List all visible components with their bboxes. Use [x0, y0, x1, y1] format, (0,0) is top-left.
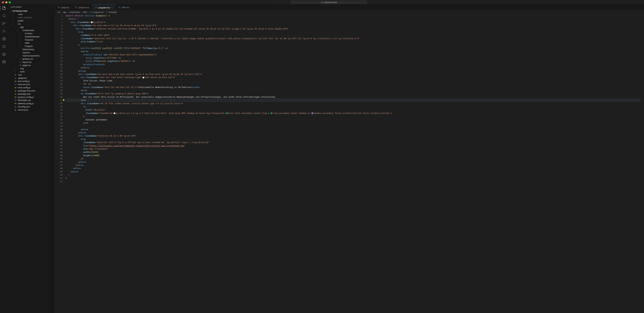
- tree-item[interactable]: ›img: [8, 67, 55, 70]
- tree-item[interactable]: TSlayout.tsx: [8, 60, 55, 64]
- tree-item[interactable]: {}vercel.json: [8, 108, 55, 111]
- code-line[interactable]: <br />: [66, 82, 641, 85]
- tree-item[interactable]: ›public: [8, 19, 55, 22]
- code-line[interactable]: href="/#contact": [66, 108, 641, 111]
- lightbulb-icon[interactable]: 💡: [62, 99, 65, 102]
- code-line[interactable]: <stop offset={1} stopColor="#E935C1" />: [66, 59, 641, 63]
- editor-tab[interactable]: TSprogram.tsx×: [92, 5, 116, 10]
- nav-back-button[interactable]: ←: [277, 1, 279, 3]
- code-line[interactable]: >: [66, 43, 641, 46]
- tree-item[interactable]: ⓘREADME.md: [8, 99, 55, 102]
- tree-item[interactable]: ›DataShowcase: [8, 35, 55, 38]
- package-icon[interactable]: [2, 52, 6, 56]
- code-line[interactable]: aria-hidden="true": [66, 40, 641, 43]
- code-line[interactable]: <circle cx={512} cy={512} r={512} fill="…: [66, 46, 641, 50]
- breadcrumb-segment[interactable]: src: [58, 11, 60, 13]
- code-line[interactable]: </a>: [66, 121, 641, 124]
- code-line[interactable]: </svg>: [66, 69, 641, 72]
- code-line[interactable]: <p className="mt-6 text-lg leading-8 tex…: [66, 92, 641, 95]
- tree-item[interactable]: ⌄components: [8, 29, 55, 32]
- code-content[interactable]: export default function Example() { retu…: [66, 14, 644, 313]
- breadcrumb-segment[interactable]: Example: [109, 11, 117, 13]
- maximize-window-button[interactable]: [9, 1, 11, 3]
- tree-item[interactable]: ›Contact: [8, 32, 55, 35]
- editor-tab[interactable]: TSoffer.tsx: [116, 5, 132, 10]
- tree-item[interactable]: ◆.gitignore: [8, 76, 55, 80]
- code-line[interactable]: />: [66, 157, 641, 160]
- code-line[interactable]: <div className="mx-auto max-w-7xl py-24 …: [66, 24, 641, 27]
- code-line[interactable]: <div className="relative isolate overflo…: [66, 27, 641, 30]
- code-line[interactable]: className="absolute left-0 top-0 w-[57re…: [66, 141, 641, 144]
- code-line[interactable]: <svg: [66, 30, 641, 33]
- code-line[interactable]: <img: [66, 138, 641, 141]
- code-line[interactable]: </defs>: [66, 66, 641, 69]
- editor-tab[interactable]: TSprojects.tsx: [72, 5, 92, 10]
- code-line[interactable]: <defs>: [66, 50, 641, 53]
- tree-item[interactable]: TSpage.tsx: [8, 64, 55, 67]
- tree-item[interactable]: ›Features: [8, 38, 55, 41]
- code-line[interactable]: </div>: [66, 167, 641, 170]
- explorer-more-button[interactable]: ···: [50, 6, 52, 8]
- breadcrumb[interactable]: src›app›components›Offer›TS program.tsx›…: [55, 10, 644, 14]
- breadcrumb-segment[interactable]: components: [69, 11, 80, 13]
- tree-item[interactable]: ›impress: [8, 51, 55, 54]
- code-editor[interactable]: 1234567891011121314151617181920212223242…: [55, 14, 644, 313]
- remote-icon[interactable]: [2, 44, 6, 49]
- code-line[interactable]: Kontakt aufnehmen: [66, 118, 641, 121]
- code-line[interactable]: Bei uns steht Ihre Vision im Mittelpunkt…: [66, 95, 641, 98]
- editor-tab[interactable]: TSpage.tsx: [55, 5, 72, 10]
- breadcrumb-segment[interactable]: app: [63, 11, 66, 13]
- tree-item[interactable]: ›mainComponents: [8, 54, 55, 57]
- command-center-search[interactable]: optimized-web: [290, 1, 367, 4]
- tree-item[interactable]: {}tsconfig.json: [8, 105, 55, 108]
- tree-item[interactable]: ⚙.env: [8, 73, 55, 76]
- source-control-icon[interactable]: [2, 21, 6, 25]
- minimize-window-button[interactable]: [5, 1, 8, 3]
- code-line[interactable]: src="https://tailwindui.com/img/componen…: [66, 144, 641, 147]
- code-line[interactable]: className="rounded-md bg-white px-3.5 py…: [66, 112, 641, 115]
- project-section-header[interactable]: ⌄ OPTIMIZED-WEB: [8, 9, 55, 13]
- breadcrumb-segment[interactable]: program.tsx: [93, 11, 104, 13]
- code-line[interactable]: </div>: [66, 160, 641, 164]
- code-line[interactable]: <div className="relative mt-16 h-80 lg:m…: [66, 134, 641, 137]
- code-line[interactable]: <stop stopColor="#7775D6" />: [66, 56, 641, 59]
- code-line[interactable]: </div>: [66, 128, 641, 131]
- tree-item[interactable]: JSpostcss.config.js: [8, 95, 55, 99]
- tree-item[interactable]: TSnext-env.d.ts: [8, 83, 55, 86]
- extensions-icon[interactable]: [2, 37, 6, 41]
- code-line[interactable]: </p>: [66, 98, 641, 102]
- code-line[interactable]: Ihre Vision, Unser Code: [66, 79, 641, 82]
- code-line[interactable]: <div className="bg-white">: [66, 21, 641, 24]
- close-tab-button[interactable]: ×: [111, 6, 113, 9]
- close-window-button[interactable]: [2, 1, 4, 3]
- code-line[interactable]: <div className="mt-10 flex items-center …: [66, 102, 641, 105]
- tree-item[interactable]: ›Offer: [8, 41, 55, 44]
- explorer-icon[interactable]: [0, 6, 8, 10]
- code-line[interactable]: <radialGradient id="759c1415-0410-454c-8…: [66, 53, 641, 56]
- code-line[interactable]: className="absolute left-1/2 top-1/2 -z-…: [66, 37, 641, 40]
- breadcrumb-segment[interactable]: Offer: [83, 11, 87, 13]
- code-line[interactable]: export default function Example() {: [66, 14, 641, 17]
- tree-item[interactable]: {}package.json: [8, 92, 55, 95]
- tree-item[interactable]: ›Projects: [8, 44, 55, 48]
- code-line[interactable]: >: [66, 115, 641, 118]
- tree-item[interactable]: ›data-privacy: [8, 48, 55, 51]
- nav-forward-button[interactable]: →: [282, 1, 284, 3]
- code-line[interactable]: alt="App screenshot": [66, 147, 641, 150]
- code-line[interactable]: <h2 className="text-3xl font-bold tracki…: [66, 76, 641, 79]
- code-line[interactable]: [66, 124, 641, 128]
- tree-item[interactable]: ›tools: [8, 70, 55, 73]
- github-icon[interactable]: [2, 60, 6, 64]
- tree-item[interactable]: ›node_modules: [8, 16, 55, 19]
- tree-item[interactable]: ›.next: [8, 13, 55, 16]
- tree-item[interactable]: {}package-lock.json: [8, 89, 55, 92]
- code-line[interactable]: width={1824}: [66, 150, 641, 154]
- code-line[interactable]: <span className="text-2xl md:text-3xl mt…: [66, 86, 641, 89]
- tree-item[interactable]: JSnext.config.js: [8, 86, 55, 89]
- tree-item[interactable]: ⌄app: [8, 25, 55, 29]
- code-line[interactable]: <a: [66, 105, 641, 108]
- code-line[interactable]: </div>: [66, 164, 641, 167]
- code-line[interactable]: }: [66, 177, 641, 180]
- code-line[interactable]: viewBox="0 0 1024 1024": [66, 33, 641, 37]
- tree-item[interactable]: ⌄src: [8, 22, 55, 25]
